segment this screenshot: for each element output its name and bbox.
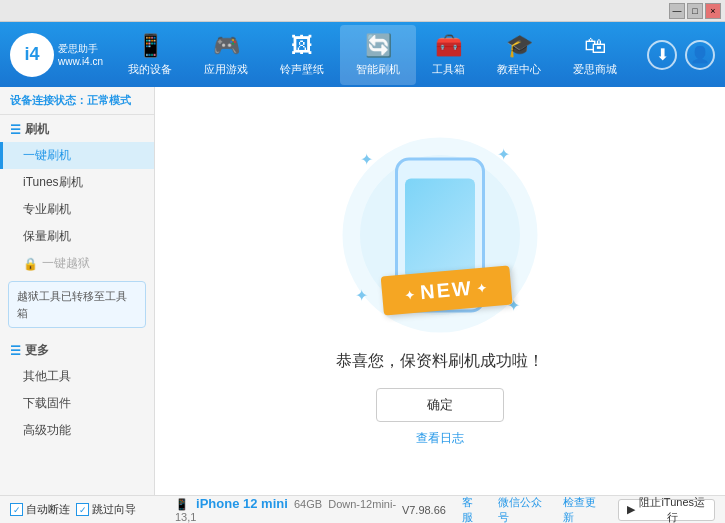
device-info: 📱 iPhone 12 mini 64GB Down-12mini-13,1 bbox=[165, 496, 402, 523]
wallpaper-icon: 🖼 bbox=[291, 33, 313, 59]
header-right: ⬇ 👤 bbox=[635, 40, 715, 70]
more-section-header: ☰ 更多 bbox=[0, 336, 154, 363]
smart-flash-icon: 🔄 bbox=[365, 33, 392, 59]
nav-bar: 📱 我的设备 🎮 应用游戏 🖼 铃声壁纸 🔄 智能刷机 🧰 工具箱 🎓 教程中心… bbox=[110, 25, 635, 85]
device-storage: 64GB bbox=[291, 498, 322, 510]
user-button[interactable]: 👤 bbox=[685, 40, 715, 70]
download-button[interactable]: ⬇ bbox=[647, 40, 677, 70]
nav-wallpaper[interactable]: 🖼 铃声壁纸 bbox=[264, 25, 340, 85]
bottom-bar: ✓ 自动断连 ✓ 跳过向导 📱 iPhone 12 mini 64GB Down… bbox=[0, 495, 725, 523]
phone-screen bbox=[405, 179, 475, 279]
title-bar: — □ × bbox=[0, 0, 725, 22]
support-link[interactable]: 客服 bbox=[462, 495, 482, 524]
nav-tutorials[interactable]: 🎓 教程中心 bbox=[481, 25, 557, 85]
sidebar-item-jailbreak: 🔒 一键越狱 bbox=[0, 250, 154, 277]
sparkle-icon-1: ✦ bbox=[360, 150, 373, 169]
itunes-button[interactable]: ▶ 阻止iTunes运行 bbox=[618, 499, 715, 521]
version-label: V7.98.66 bbox=[402, 504, 446, 516]
main-layout: 设备连接状态：正常模式 ☰ 刷机 一键刷机 iTunes刷机 专业刷机 保量刷机… bbox=[0, 87, 725, 495]
flash-section-header: ☰ 刷机 bbox=[0, 115, 154, 142]
update-link[interactable]: 检查更新 bbox=[563, 495, 602, 524]
sidebar-item-pro-flash[interactable]: 专业刷机 bbox=[0, 196, 154, 223]
nav-smart-flash[interactable]: 🔄 智能刷机 bbox=[340, 25, 416, 85]
content-area: ✦ ✦ ✦ ✦ NEW 恭喜您，保资料刷机成功啦！ 确定 查看日志 bbox=[155, 87, 725, 495]
itunes-icon: ▶ bbox=[627, 503, 635, 516]
nav-shop[interactable]: 🛍 爱思商城 bbox=[557, 25, 633, 85]
auto-disconnect-checkbox[interactable]: ✓ 自动断连 bbox=[10, 502, 70, 517]
tutorials-icon: 🎓 bbox=[506, 33, 533, 59]
my-device-icon: 📱 bbox=[137, 33, 164, 59]
sparkle-icon-3: ✦ bbox=[355, 286, 368, 305]
nav-apps[interactable]: 🎮 应用游戏 bbox=[188, 25, 264, 85]
lock-icon: 🔒 bbox=[23, 257, 38, 271]
logo-text: 爱思助手 www.i4.cn bbox=[58, 42, 103, 68]
sidebar-item-one-key-flash[interactable]: 一键刷机 bbox=[0, 142, 154, 169]
jailbreak-notice: 越狱工具已转移至工具箱 bbox=[8, 281, 146, 328]
logo-icon: i4 bbox=[10, 33, 54, 77]
success-illustration: ✦ ✦ ✦ ✦ NEW bbox=[340, 135, 540, 335]
nav-my-device[interactable]: 📱 我的设备 bbox=[112, 25, 188, 85]
maximize-button[interactable]: □ bbox=[687, 3, 703, 19]
sidebar-item-advanced[interactable]: 高级功能 bbox=[0, 417, 154, 444]
device-icon: 📱 bbox=[175, 498, 189, 510]
bottom-right-section: V7.98.66 客服 微信公众号 检查更新 ▶ 阻止iTunes运行 bbox=[402, 495, 715, 524]
minimize-button[interactable]: — bbox=[669, 3, 685, 19]
skip-wizard-checkbox[interactable]: ✓ 跳过向导 bbox=[76, 502, 136, 517]
success-message: 恭喜您，保资料刷机成功啦！ bbox=[336, 351, 544, 372]
skip-wizard-checkmark: ✓ bbox=[76, 503, 89, 516]
logo-area: i4 爱思助手 www.i4.cn bbox=[10, 33, 110, 77]
sidebar: 设备连接状态：正常模式 ☰ 刷机 一键刷机 iTunes刷机 专业刷机 保量刷机… bbox=[0, 87, 155, 495]
sidebar-item-save-flash[interactable]: 保量刷机 bbox=[0, 223, 154, 250]
window-controls[interactable]: — □ × bbox=[669, 3, 721, 19]
device-name: iPhone 12 mini bbox=[196, 496, 288, 511]
connection-status: 设备连接状态：正常模式 bbox=[0, 87, 154, 115]
auto-disconnect-checkmark: ✓ bbox=[10, 503, 23, 516]
apps-icon: 🎮 bbox=[213, 33, 240, 59]
wechat-link[interactable]: 微信公众号 bbox=[498, 495, 547, 524]
confirm-button[interactable]: 确定 bbox=[376, 388, 504, 422]
bottom-left-section: ✓ 自动断连 ✓ 跳过向导 bbox=[10, 502, 165, 517]
sidebar-item-other-tools[interactable]: 其他工具 bbox=[0, 363, 154, 390]
toolbox-icon: 🧰 bbox=[435, 33, 462, 59]
sidebar-item-itunes-flash[interactable]: iTunes刷机 bbox=[0, 169, 154, 196]
shop-icon: 🛍 bbox=[584, 33, 606, 59]
close-button[interactable]: × bbox=[705, 3, 721, 19]
view-log-link[interactable]: 查看日志 bbox=[416, 430, 464, 447]
sidebar-item-download-fw[interactable]: 下载固件 bbox=[0, 390, 154, 417]
header: i4 爱思助手 www.i4.cn 📱 我的设备 🎮 应用游戏 🖼 铃声壁纸 🔄… bbox=[0, 22, 725, 87]
sparkle-icon-2: ✦ bbox=[497, 145, 510, 164]
nav-toolbox[interactable]: 🧰 工具箱 bbox=[416, 25, 481, 85]
